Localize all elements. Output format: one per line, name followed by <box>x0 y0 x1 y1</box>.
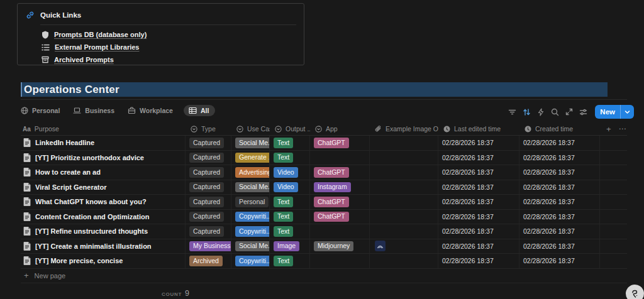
cell-created[interactable]: 02/28/2026 18:37 <box>519 151 600 165</box>
table-row[interactable]: Viral Script Generator Captured Social M… <box>21 180 627 195</box>
cell-output[interactable]: Text <box>270 210 310 224</box>
tag[interactable]: Copywriti... <box>235 212 270 222</box>
cell-type[interactable]: Captured <box>186 180 231 195</box>
cell-app[interactable]: Midjourney <box>310 239 370 254</box>
tag[interactable]: Generate ... <box>235 153 270 163</box>
cell-last-edited[interactable]: 02/28/2026 18:37 <box>438 210 519 224</box>
page-title[interactable]: Operations Center <box>22 84 119 96</box>
column-header-app[interactable]: App <box>310 122 370 135</box>
cell-created[interactable]: 02/28/2026 18:37 <box>519 165 600 180</box>
cell-use-case[interactable]: Generate ... <box>231 151 270 165</box>
cell-purpose[interactable]: [YT] Create a minimalist illustration <box>21 239 186 254</box>
sort-icon[interactable] <box>523 108 531 116</box>
count-footer[interactable]: COUNT 9 <box>21 283 189 298</box>
tag[interactable]: Video <box>274 167 298 178</box>
cell-purpose[interactable]: [YT] More precise, concise <box>21 254 186 268</box>
quick-link-prompts-db[interactable]: Prompts DB (database only) <box>18 28 304 41</box>
new-page-button[interactable]: + New page <box>21 269 627 283</box>
tab-all[interactable]: All <box>184 105 215 116</box>
new-button-label[interactable]: New <box>595 108 620 116</box>
tag[interactable]: Text <box>274 226 293 237</box>
column-header-created[interactable]: Created time <box>519 122 600 135</box>
tag[interactable]: Text <box>274 197 293 207</box>
page-title-cell[interactable]: LinkedIn Headline <box>35 139 94 146</box>
tag[interactable]: Midjourney <box>314 241 353 252</box>
tag[interactable]: Video <box>274 182 298 193</box>
cell-example-image[interactable] <box>370 136 438 150</box>
quick-link-archived-prompts[interactable]: Archived Prompts <box>18 53 304 66</box>
cell-use-case[interactable]: Advertising <box>231 165 270 180</box>
cell-example-image[interactable] <box>370 165 438 180</box>
cell-type[interactable]: Captured <box>186 224 231 239</box>
cell-output[interactable]: Text <box>270 151 310 165</box>
tag[interactable]: Archived <box>189 256 223 266</box>
table-row[interactable]: LinkedIn Headline Captured Social Me... … <box>21 136 627 151</box>
cell-use-case[interactable]: Copywriti... <box>231 254 270 268</box>
tag[interactable]: ChatGPT <box>314 138 349 148</box>
tag[interactable]: Captured <box>189 182 224 193</box>
tag[interactable]: Captured <box>189 197 224 207</box>
cell-example-image[interactable] <box>370 180 438 195</box>
cell-app[interactable]: Instagram <box>310 180 370 195</box>
image-thumbnail[interactable] <box>375 241 386 251</box>
filter-icon[interactable] <box>508 108 516 116</box>
tab-workplace[interactable]: Workplace <box>128 107 173 114</box>
cell-last-edited[interactable]: 02/28/2026 18:37 <box>438 254 519 268</box>
tag[interactable]: ChatGPT <box>314 212 349 222</box>
column-header-output[interactable]: Output ... <box>270 122 310 135</box>
new-button[interactable]: New <box>595 105 634 119</box>
tag[interactable]: Copywriti... <box>235 256 270 266</box>
cell-app[interactable]: ChatGPT <box>310 165 370 180</box>
tag[interactable]: Instagram <box>314 182 351 193</box>
cell-app[interactable]: ChatGPT <box>310 136 370 150</box>
cell-type[interactable]: Captured <box>186 210 231 224</box>
cell-use-case[interactable]: Copywriti... <box>231 210 270 224</box>
tag[interactable]: Social Me... <box>235 182 270 193</box>
cell-purpose[interactable]: LinkedIn Headline <box>21 136 186 150</box>
notion-ai-face-button[interactable] <box>626 285 644 299</box>
table-row[interactable]: [YT] Prioritize unorthodox advice Captur… <box>21 151 627 166</box>
add-column-icon[interactable]: + <box>606 125 611 133</box>
page-title-cell[interactable]: How to create an ad <box>35 168 101 176</box>
cell-app[interactable] <box>310 254 370 268</box>
tag[interactable]: ChatGPT <box>314 167 349 178</box>
tag[interactable]: Text <box>274 153 293 163</box>
more-options-icon[interactable]: ⋯ <box>619 125 627 133</box>
cell-use-case[interactable]: Copywriti... <box>231 224 270 239</box>
cell-use-case[interactable]: Personal <box>231 195 270 209</box>
cell-use-case[interactable]: Social Me... <box>231 136 270 150</box>
cell-app[interactable] <box>310 151 370 165</box>
cell-purpose[interactable]: [YT] Prioritize unorthodox advice <box>21 151 186 165</box>
cell-output[interactable]: Text <box>270 195 310 209</box>
cell-purpose[interactable]: How to create an ad <box>21 165 186 180</box>
page-title-cell[interactable]: Viral Script Generator <box>35 183 107 191</box>
page-title-cell[interactable]: Content Creation and Optimization <box>35 213 150 220</box>
quick-link-label[interactable]: External Prompt Libraries <box>55 43 140 51</box>
cell-type[interactable]: My Business <box>186 239 231 254</box>
tag[interactable]: Social Me... <box>235 241 270 252</box>
cell-use-case[interactable]: Social Me... <box>231 180 270 195</box>
cell-output[interactable]: Image <box>270 239 310 254</box>
quick-link-external-libraries[interactable]: External Prompt Libraries <box>18 41 304 53</box>
cell-purpose[interactable]: [YT] Refine unstructured thoughts <box>21 224 186 239</box>
tag[interactable]: Captured <box>189 167 224 178</box>
cell-last-edited[interactable]: 02/28/2026 18:37 <box>438 195 519 209</box>
cell-example-image[interactable] <box>370 254 438 268</box>
cell-output[interactable]: Video <box>270 180 310 195</box>
column-header-use-case[interactable]: Use Case <box>231 122 270 135</box>
page-title-selection[interactable]: Operations Center <box>21 82 608 97</box>
tab-business[interactable]: Business <box>73 107 114 114</box>
cell-output[interactable]: Text <box>270 254 310 268</box>
tag[interactable]: Advertising <box>235 167 270 178</box>
cell-type[interactable]: Captured <box>186 165 231 180</box>
cell-created[interactable]: 02/28/2026 18:37 <box>519 195 600 209</box>
lightning-icon[interactable] <box>537 108 545 116</box>
tag[interactable]: Captured <box>189 226 224 237</box>
cell-last-edited[interactable]: 02/28/2026 18:37 <box>438 165 519 180</box>
cell-type[interactable]: Captured <box>186 136 231 150</box>
table-row[interactable]: [YT] Create a minimalist illustration My… <box>21 239 627 254</box>
tag[interactable]: Text <box>274 256 293 266</box>
cell-last-edited[interactable]: 02/28/2026 18:37 <box>438 136 519 150</box>
settings-sliders-icon[interactable] <box>579 108 587 116</box>
cell-type[interactable]: Captured <box>186 195 231 209</box>
